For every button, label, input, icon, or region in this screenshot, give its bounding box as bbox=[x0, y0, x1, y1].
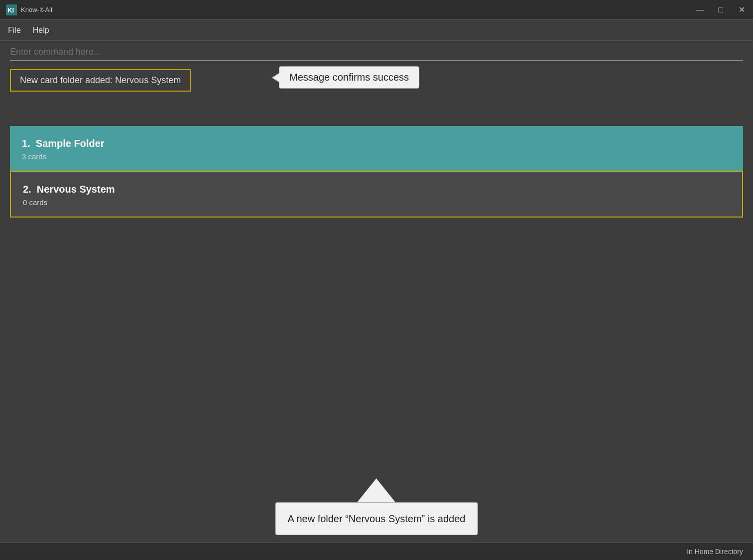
command-input[interactable] bbox=[10, 47, 743, 57]
folder-1-number: 1. bbox=[22, 138, 36, 149]
status-text: In Home Directory bbox=[687, 548, 743, 556]
bottom-annotation-area: A new folder “Nervous System” is added bbox=[275, 478, 478, 535]
close-button[interactable]: ✕ bbox=[736, 6, 747, 14]
folder-list: 1. Sample Folder 3 cards 2. Nervous Syst… bbox=[10, 126, 743, 218]
app-logo: KI bbox=[6, 4, 17, 15]
menu-help[interactable]: Help bbox=[33, 26, 49, 35]
folder-1-name: Sample Folder bbox=[36, 138, 105, 149]
menu-bar: File Help bbox=[0, 20, 753, 41]
menu-file[interactable]: File bbox=[8, 26, 21, 35]
bottom-tooltip: A new folder “Nervous System” is added bbox=[275, 502, 478, 535]
folder-1-count: 3 cards bbox=[22, 152, 731, 161]
folder-item-sample[interactable]: 1. Sample Folder 3 cards bbox=[10, 126, 743, 171]
command-input-wrapper bbox=[10, 47, 743, 61]
app-title: Know-It-All bbox=[21, 6, 52, 13]
title-bar: KI Know-It-All — □ ✕ bbox=[0, 0, 753, 20]
svg-text:KI: KI bbox=[7, 6, 14, 14]
folder-1-title: 1. Sample Folder bbox=[22, 138, 731, 149]
minimize-button[interactable]: — bbox=[694, 6, 705, 14]
folder-2-name: Nervous System bbox=[37, 184, 115, 195]
bottom-arrow-up-icon bbox=[357, 478, 396, 503]
maximize-button[interactable]: □ bbox=[715, 6, 726, 14]
title-bar-controls: — □ ✕ bbox=[694, 6, 747, 14]
annotation-label: Message confirms success bbox=[289, 72, 409, 83]
annotation-tooltip-message-confirms-success: Message confirms success bbox=[279, 66, 419, 89]
output-area: New card folder added: Nervous System Me… bbox=[0, 61, 753, 126]
folder-2-number: 2. bbox=[23, 184, 37, 195]
folder-2-count: 0 cards bbox=[23, 198, 730, 207]
title-bar-left: KI Know-It-All bbox=[6, 4, 52, 15]
success-message-box: New card folder added: Nervous System bbox=[10, 69, 191, 92]
command-area bbox=[0, 41, 753, 61]
folder-2-title: 2. Nervous System bbox=[23, 184, 730, 195]
folder-item-nervous-system[interactable]: 2. Nervous System 0 cards bbox=[10, 171, 743, 218]
status-bar: In Home Directory bbox=[0, 542, 753, 560]
